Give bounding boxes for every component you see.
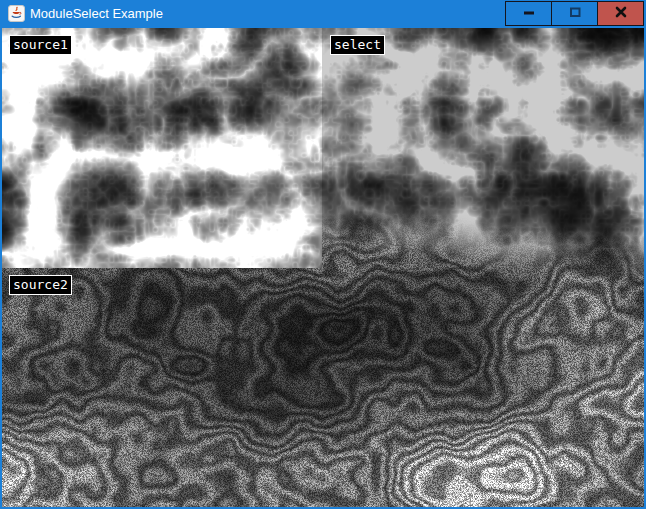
source1-noise-canvas (2, 28, 322, 268)
maximize-button[interactable] (551, 1, 598, 26)
window-controls (505, 1, 644, 26)
render-area: source1 select source2 (2, 28, 644, 507)
title-bar[interactable]: ModuleSelect Example (0, 0, 646, 28)
label-source1: source1 (9, 35, 72, 55)
close-icon (613, 4, 629, 23)
maximize-icon (567, 4, 583, 23)
minimize-button[interactable] (505, 1, 552, 26)
label-source2: source2 (9, 275, 72, 295)
app-window: ModuleSelect Example (0, 0, 646, 509)
source2-noise-canvas (2, 268, 322, 507)
minimize-icon (521, 4, 537, 23)
close-button[interactable] (597, 1, 644, 26)
label-select: select (330, 35, 385, 55)
window-title: ModuleSelect Example (30, 0, 163, 27)
java-coffee-cup-icon (8, 5, 25, 22)
